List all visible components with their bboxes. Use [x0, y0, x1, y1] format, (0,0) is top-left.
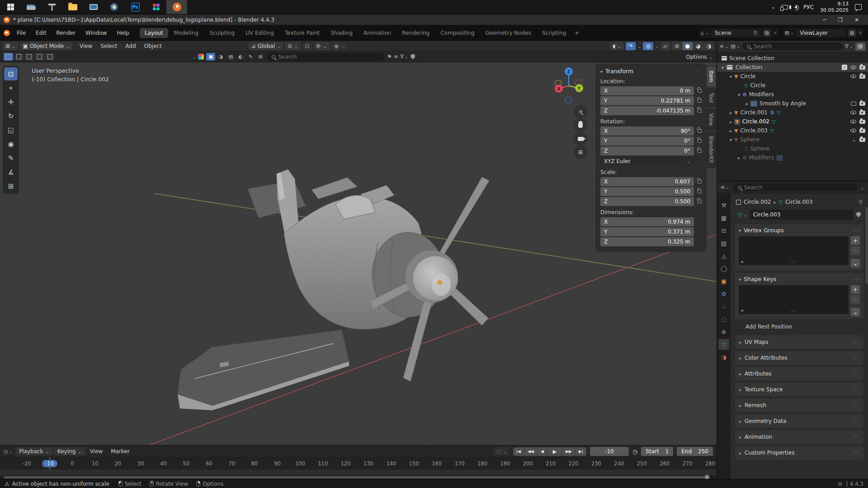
- add-rest-position-checkbox[interactable]: [736, 324, 742, 330]
- rotation-mode-dropdown[interactable]: XYZ Euler: [600, 157, 694, 166]
- disable-render-icon[interactable]: [859, 120, 865, 124]
- workspace-tab[interactable]: Scripting: [537, 28, 571, 38]
- pin-icon[interactable]: [859, 199, 863, 205]
- properties-panel-collapsed[interactable]: Animation: [735, 430, 863, 444]
- close-button[interactable]: ✕: [854, 17, 859, 23]
- options-dropdown[interactable]: Options: [686, 54, 713, 60]
- workspace-tab[interactable]: Sculpting: [204, 28, 240, 38]
- viewport-menu-item[interactable]: Object: [141, 42, 165, 50]
- wireframe-shading-button[interactable]: ⊘: [672, 42, 682, 50]
- scale-field[interactable]: Y0.500: [600, 187, 694, 196]
- bk-nodes-filter[interactable]: ⊞: [256, 53, 265, 61]
- hide-icon[interactable]: [850, 75, 856, 78]
- location-field[interactable]: X0 m: [600, 86, 694, 95]
- network-icon[interactable]: [782, 5, 788, 9]
- snap-target-dropdown[interactable]: ⊪: [314, 42, 330, 50]
- frame-end-field[interactable]: End250: [677, 447, 713, 456]
- pin-icon[interactable]: [753, 30, 757, 36]
- location-field[interactable]: Y0.22781 m: [600, 96, 694, 105]
- taskbar-app-blender[interactable]: [166, 0, 187, 14]
- frame-label[interactable]: 230: [585, 460, 608, 467]
- editor-type-button[interactable]: ⊞: [3, 42, 18, 50]
- taskbar-app-drafting[interactable]: [42, 0, 62, 14]
- menu-item[interactable]: File: [13, 28, 30, 38]
- frame-label[interactable]: 70: [221, 460, 243, 467]
- frame-label[interactable]: 0: [61, 460, 84, 467]
- delete-scene-button[interactable]: ✕: [773, 30, 778, 36]
- frame-label[interactable]: 30: [129, 460, 152, 467]
- tab-constraints[interactable]: ⊗: [718, 326, 729, 337]
- sidebar-tab-view[interactable]: View: [707, 109, 716, 130]
- dimension-field[interactable]: Y0.371 m: [600, 227, 694, 236]
- location-field[interactable]: Z-0.047135 m: [600, 106, 694, 115]
- bk-hdr-filter[interactable]: ◐: [236, 53, 245, 61]
- blender-menu-icon[interactable]: [4, 30, 10, 36]
- properties-panel-collapsed[interactable]: Color Attributes: [735, 351, 863, 365]
- disable-render-icon[interactable]: [859, 75, 865, 79]
- rendered-shading-button[interactable]: ◑: [704, 42, 714, 50]
- name-input[interactable]: Circle.003: [750, 210, 854, 220]
- tab-scene[interactable]: ◬: [718, 250, 729, 261]
- tab-material[interactable]: ◑: [718, 352, 729, 362]
- bookmark-icon[interactable]: ⚑: [387, 54, 392, 60]
- asset-list-icon[interactable]: ≡: [394, 54, 398, 60]
- language-indicator[interactable]: РУС: [803, 4, 814, 10]
- current-frame-field[interactable]: -10: [590, 447, 629, 456]
- collapse-icon[interactable]: [739, 276, 741, 282]
- bk-scenes-filter[interactable]: ▤: [226, 53, 235, 61]
- hide-icon[interactable]: [850, 111, 856, 114]
- delete-viewlayer-button[interactable]: ✕: [858, 30, 863, 36]
- outliner-row-sphere-object[interactable]: Sphere: [717, 135, 868, 144]
- dimension-field[interactable]: X0.974 m: [600, 217, 694, 226]
- select-mode-extend[interactable]: [14, 53, 24, 61]
- workspace-tab[interactable]: Rendering: [397, 28, 434, 38]
- frame-label[interactable]: 250: [631, 460, 653, 467]
- move-tool[interactable]: ✛: [4, 95, 18, 108]
- menu-item[interactable]: Help: [113, 28, 133, 38]
- scale-field[interactable]: Z0.500: [600, 197, 694, 206]
- hide-icon[interactable]: [850, 129, 856, 132]
- select-mode-subtract[interactable]: [24, 53, 34, 61]
- frame-label[interactable]: 200: [517, 460, 539, 467]
- disable-render-icon[interactable]: [859, 66, 865, 70]
- fake-user-button[interactable]: [854, 210, 863, 220]
- tab-modifiers[interactable]: ⚙: [718, 288, 729, 299]
- transform-tool[interactable]: ◉: [4, 137, 18, 150]
- outliner-row-circle-002[interactable]: Circle.002: [717, 117, 868, 126]
- clock[interactable]: 9:13 30.05.2025: [820, 1, 849, 14]
- select-box-tool[interactable]: ⊡: [4, 67, 18, 80]
- frame-label[interactable]: 10: [84, 460, 106, 467]
- rotation-field[interactable]: X90°: [600, 127, 694, 136]
- workspace-tab[interactable]: UV Editing: [241, 28, 279, 38]
- frame-label[interactable]: 140: [380, 460, 402, 467]
- properties-panel-collapsed[interactable]: Attributes: [735, 367, 863, 380]
- xray-toggle[interactable]: ▱: [660, 42, 670, 50]
- menu-item[interactable]: Render: [52, 28, 80, 38]
- next-keyframe-button[interactable]: ▶▶: [562, 447, 575, 456]
- rotation-field[interactable]: Y0°: [600, 136, 694, 145]
- lock-icon[interactable]: [698, 149, 702, 153]
- viewport-canvas[interactable]: User Perspective (-10) Collection | Circ…: [0, 62, 717, 445]
- new-viewlayer-button[interactable]: [848, 29, 856, 37]
- add-vertex-group-button[interactable]: +: [851, 236, 860, 245]
- lock-icon[interactable]: [698, 109, 702, 113]
- timeline-ruler[interactable]: -20-100102030405060708090100110120130140…: [0, 458, 717, 469]
- frame-label[interactable]: 20: [107, 460, 129, 467]
- sidebar-tab-tool[interactable]: Tool: [707, 88, 716, 107]
- auto-keying-toggle[interactable]: ○: [494, 447, 509, 455]
- workspace-tab[interactable]: Compositing: [435, 28, 479, 38]
- outliner-row-sphere-data[interactable]: Sphere: [717, 144, 868, 153]
- taskbar-app-figma[interactable]: [146, 0, 166, 14]
- remove-shape-key-button[interactable]: −: [851, 295, 860, 304]
- proportional-edit-toggle[interactable]: ◉: [331, 42, 347, 50]
- breadcrumb-object[interactable]: Circle.002: [744, 199, 771, 205]
- frame-label[interactable]: 40: [152, 460, 175, 467]
- workspace-tab[interactable]: Shading: [326, 28, 358, 38]
- camera-view-button[interactable]: [574, 132, 587, 145]
- frame-label[interactable]: 260: [653, 460, 676, 467]
- outliner-search-input[interactable]: [753, 43, 838, 50]
- lock-icon[interactable]: [698, 99, 702, 103]
- taskbar-app-photoshop[interactable]: Ps: [125, 0, 146, 14]
- properties-panel-collapsed[interactable]: UV Maps: [735, 335, 863, 349]
- prev-keyframe-button[interactable]: ◀◀: [524, 447, 537, 456]
